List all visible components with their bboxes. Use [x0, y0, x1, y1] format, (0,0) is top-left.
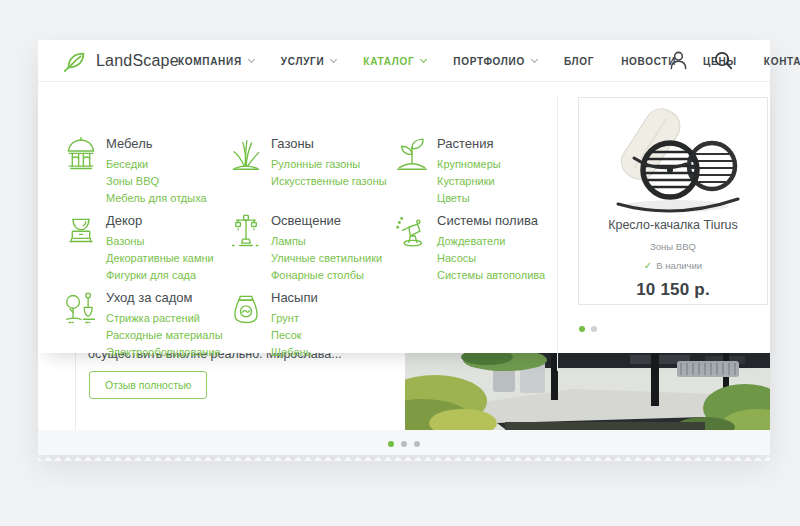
nav-item-contacts[interactable]: КОНТАКТЫ: [764, 56, 800, 67]
category-title[interactable]: Декор: [106, 213, 214, 228]
sprinkler-icon: [393, 213, 431, 251]
chevron-down-icon: [531, 56, 538, 63]
vase-icon: [62, 213, 100, 251]
rocking-chair-image: [588, 104, 758, 216]
sack-icon: [227, 290, 265, 328]
chevron-down-icon: [420, 56, 427, 63]
category-link[interactable]: Зоны BBQ: [106, 173, 207, 190]
torn-edge-decoration: [38, 455, 770, 461]
chevron-down-icon: [330, 56, 337, 63]
brand-name: LandScape: [96, 52, 179, 70]
account-icon[interactable]: [668, 50, 689, 71]
nav-item-blog[interactable]: БЛОГ: [564, 56, 594, 67]
slider-dot[interactable]: [579, 326, 585, 332]
category-link[interactable]: Уличные светильники: [271, 250, 382, 267]
site-window: осуществить вполне реально. Мирослава...…: [38, 40, 770, 455]
category-title[interactable]: Газоны: [271, 136, 387, 151]
gazebo-icon: [62, 136, 100, 174]
category-link[interactable]: Лампы: [271, 233, 382, 250]
category-garden-care: Уход за садом Стрижка растений Расходные…: [62, 290, 227, 367]
category-link[interactable]: Расходные материалы: [106, 327, 223, 344]
category-decor: Декор Вазоны Декоративные камни Фигурки …: [62, 213, 227, 290]
nav-item-company[interactable]: КОМПАНИЯ: [178, 56, 254, 67]
category-irrigation: Системы полива Дождеватели Насосы Систем…: [393, 213, 558, 290]
logo[interactable]: LandScape: [62, 48, 179, 74]
category-link[interactable]: Стрижка растений: [106, 310, 223, 327]
garden-photo-illustration: [405, 353, 770, 430]
category-link[interactable]: Кустарники: [437, 173, 501, 190]
garden-photo: [405, 353, 770, 430]
category-link[interactable]: Грунт: [271, 310, 318, 327]
category-plants: Растения Крупномеры Кустарники Цветы: [393, 136, 558, 213]
slider-dot[interactable]: [401, 441, 407, 447]
slider-dot[interactable]: [414, 441, 420, 447]
category-link[interactable]: Электрооборудование: [106, 344, 223, 361]
category-title[interactable]: Насыпи: [271, 290, 318, 305]
category-link[interactable]: Беседки: [106, 156, 207, 173]
category-link[interactable]: Рулонные газоны: [271, 156, 387, 173]
nav-item-portfolio[interactable]: ПОРТФОЛИО: [453, 56, 537, 67]
slider-dot[interactable]: [388, 441, 394, 447]
category-title[interactable]: Уход за садом: [106, 290, 223, 305]
product-title[interactable]: Кресло-качалка Tiurus: [579, 218, 767, 232]
category-link[interactable]: Искусственные газоны: [271, 173, 387, 190]
garden-care-icon: [62, 290, 100, 328]
product-slider-dots: [579, 326, 597, 332]
check-icon: ✓: [644, 260, 652, 271]
availability-label: В наличии: [656, 260, 702, 271]
product-price: 10 150 р.: [579, 280, 767, 300]
category-title[interactable]: Растения: [437, 136, 501, 151]
category-link[interactable]: Дождеватели: [437, 233, 545, 250]
testimonial-slider-dots: [38, 441, 770, 447]
category-lighting: Освещение Лампы Уличные светильники Фона…: [227, 213, 392, 290]
nav-item-services[interactable]: УСЛУГИ: [281, 56, 337, 67]
category-link[interactable]: Системы автополива: [437, 267, 545, 284]
category-title[interactable]: Освещение: [271, 213, 382, 228]
category-link[interactable]: Мебель для отдыха: [106, 190, 207, 207]
chevron-down-icon: [248, 56, 255, 63]
product-category[interactable]: Зоны BBQ: [579, 241, 767, 252]
grass-icon: [227, 136, 265, 174]
category-link[interactable]: Декоративные камни: [106, 250, 214, 267]
sprout-icon: [393, 136, 431, 174]
full-review-button[interactable]: Отзыв полностью: [89, 371, 207, 399]
slider-dot[interactable]: [591, 326, 597, 332]
featured-product-card[interactable]: Кресло-качалка Tiurus Зоны BBQ ✓В наличи…: [578, 97, 768, 305]
site-header: LandScape КОМПАНИЯ УСЛУГИ КАТАЛОГ ПОРТФО…: [38, 40, 770, 82]
category-link[interactable]: Насосы: [437, 250, 545, 267]
nav-item-catalog[interactable]: КАТАЛОГ: [363, 56, 426, 67]
category-link[interactable]: Вазоны: [106, 233, 214, 250]
category-link[interactable]: Щебень: [271, 344, 318, 361]
category-fill-materials: Насыпи Грунт Песок Щебень: [227, 290, 392, 367]
category-link[interactable]: Крупномеры: [437, 156, 501, 173]
category-link[interactable]: Фигурки для сада: [106, 267, 214, 284]
category-title[interactable]: Системы полива: [437, 213, 545, 228]
category-lawns: Газоны Рулонные газоны Искусственные газ…: [227, 136, 392, 213]
category-title[interactable]: Мебель: [106, 136, 207, 151]
category-link[interactable]: Песок: [271, 327, 318, 344]
leaf-icon: [62, 48, 88, 74]
category-link[interactable]: Фонарные столбы: [271, 267, 382, 284]
header-icons: [668, 50, 734, 71]
product-availability: ✓В наличии: [579, 260, 767, 271]
catalog-mega-menu: Мебель Беседки Зоны BBQ Мебель для отдых…: [38, 82, 770, 353]
category-furniture: Мебель Беседки Зоны BBQ Мебель для отдых…: [62, 136, 227, 213]
search-icon[interactable]: [713, 50, 734, 71]
street-lamp-icon: [227, 213, 265, 251]
category-link[interactable]: Цветы: [437, 190, 501, 207]
